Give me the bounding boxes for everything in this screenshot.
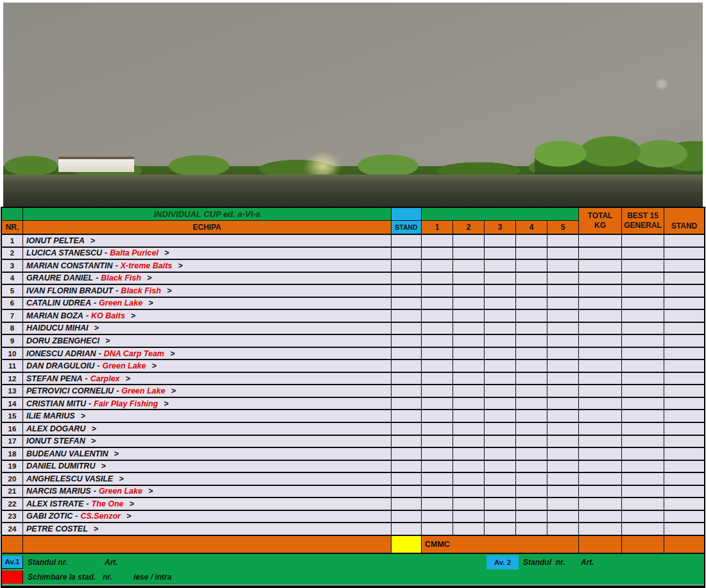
row-number-cell[interactable]: 10 [2, 348, 23, 361]
stand-header[interactable]: STAND [392, 221, 422, 235]
competitor-name-cell[interactable]: ILIE MARIUS> [23, 410, 392, 423]
sector-2-cell[interactable] [453, 248, 485, 261]
sector-4-cell[interactable] [516, 310, 547, 323]
stand-right-cell[interactable] [664, 360, 704, 373]
competitor-name-cell[interactable]: DANIEL DUMITRU> [23, 461, 392, 474]
sector-3-cell[interactable] [485, 310, 516, 323]
stand-cell[interactable] [392, 461, 422, 474]
sector-4-cell[interactable] [516, 335, 547, 348]
row-number-cell[interactable]: 13 [2, 385, 23, 398]
sector-3-cell[interactable] [485, 385, 516, 398]
competitor-name-cell[interactable]: ALEX DOGARU> [23, 423, 392, 436]
best15-cell[interactable] [622, 410, 664, 423]
sector-5-cell[interactable] [547, 498, 579, 511]
sector-1-cell[interactable] [422, 461, 453, 474]
sector-5-cell[interactable] [547, 360, 579, 373]
total-kg-cell[interactable] [579, 235, 622, 248]
stand-cell[interactable] [392, 523, 422, 536]
sector-4-header[interactable]: 4 [516, 221, 547, 235]
sector-2-cell[interactable] [453, 423, 485, 436]
sector-5-cell[interactable] [547, 423, 579, 436]
best15-cell[interactable] [622, 436, 664, 449]
stand-cell[interactable] [392, 360, 422, 373]
sector-4-cell[interactable] [516, 273, 547, 286]
sector-1-cell[interactable] [422, 285, 453, 298]
sector-4-cell[interactable] [516, 436, 547, 449]
stand-right-cell[interactable] [664, 473, 704, 486]
sector-5-cell[interactable] [547, 273, 579, 286]
stand-cell[interactable] [392, 298, 422, 311]
row-number-cell[interactable]: 9 [2, 335, 23, 348]
best15-cell[interactable] [622, 323, 664, 336]
stand-right-cell[interactable] [664, 398, 704, 411]
sector-1-cell[interactable] [422, 273, 453, 286]
sector-3-cell[interactable] [485, 473, 516, 486]
sector-4-cell[interactable] [516, 398, 547, 411]
sector-3-cell[interactable] [485, 298, 516, 311]
sector-1-cell[interactable] [422, 410, 453, 423]
sector-3-cell[interactable] [485, 523, 516, 536]
sector-3-cell[interactable] [485, 486, 516, 499]
best15-cell[interactable] [622, 523, 664, 536]
row-number-cell[interactable]: 17 [2, 436, 23, 449]
competitor-name-cell[interactable]: HAIDUCU MIHAI> [23, 323, 392, 336]
row-number-cell[interactable]: 7 [2, 310, 23, 323]
sector-2-cell[interactable] [453, 373, 485, 386]
sector-1-header[interactable]: 1 [422, 221, 453, 235]
sector-2-cell[interactable] [453, 410, 485, 423]
stand-right-cell[interactable] [664, 298, 704, 311]
row-number-cell[interactable]: 20 [2, 473, 23, 486]
sector-1-cell[interactable] [422, 498, 453, 511]
competitor-name-cell[interactable]: IONUT PELTEA> [23, 235, 392, 248]
sector-2-cell[interactable] [453, 398, 485, 411]
sector-5-cell[interactable] [547, 410, 579, 423]
stand-right-cell[interactable] [664, 248, 704, 261]
change-color-key[interactable] [2, 571, 23, 584]
stand-cell[interactable] [392, 248, 422, 261]
best15-cell[interactable] [622, 473, 664, 486]
total-kg-cell[interactable] [579, 486, 622, 499]
sector-1-cell[interactable] [422, 385, 453, 398]
stand-right-cell[interactable] [664, 486, 704, 499]
sector-1-cell[interactable] [422, 473, 453, 486]
sector-2-cell[interactable] [453, 473, 485, 486]
sector-4-cell[interactable] [516, 523, 547, 536]
stand-cell[interactable] [392, 448, 422, 461]
sector-2-cell[interactable] [453, 260, 485, 273]
stand-cell[interactable] [392, 473, 422, 486]
sector-1-cell[interactable] [422, 310, 453, 323]
echipa-header[interactable]: ECHIPA [23, 221, 392, 235]
stand-cell[interactable] [392, 273, 422, 286]
row-number-cell[interactable]: 11 [2, 360, 23, 373]
competitor-name-cell[interactable]: PETROVICI CORNELIU-Green Lake> [23, 385, 392, 398]
total-kg-cell[interactable] [579, 285, 622, 298]
best15-cell[interactable] [622, 298, 664, 311]
total-kg-cell[interactable] [579, 248, 622, 261]
best15-cell[interactable] [622, 360, 664, 373]
sector-3-cell[interactable] [485, 235, 516, 248]
total-kg-cell[interactable] [579, 360, 622, 373]
stand-right-cell[interactable] [664, 235, 704, 248]
sector-3-cell[interactable] [485, 373, 516, 386]
sector-1-cell[interactable] [422, 423, 453, 436]
total-kg-cell[interactable] [579, 461, 622, 474]
best15-cell[interactable] [622, 486, 664, 499]
sector-2-cell[interactable] [453, 235, 485, 248]
row-number-cell[interactable]: 23 [2, 511, 23, 524]
sector-3-cell[interactable] [485, 511, 516, 524]
stand-cell[interactable] [392, 410, 422, 423]
best15-cell[interactable] [622, 260, 664, 273]
sector-4-cell[interactable] [516, 473, 547, 486]
sector-2-cell[interactable] [453, 486, 485, 499]
sector-2-cell[interactable] [453, 385, 485, 398]
stand-cell[interactable] [392, 423, 422, 436]
competitor-name-cell[interactable]: ALEX ISTRATE-The One> [23, 498, 392, 511]
sector-5-cell[interactable] [547, 310, 579, 323]
sector-5-header[interactable]: 5 [547, 221, 579, 235]
sector-4-cell[interactable] [516, 323, 547, 336]
sector-4-cell[interactable] [516, 486, 547, 499]
sector-1-cell[interactable] [422, 335, 453, 348]
best15-cell[interactable] [622, 498, 664, 511]
bottom-total-cell[interactable] [579, 536, 622, 554]
sector-3-header[interactable]: 3 [485, 221, 516, 235]
